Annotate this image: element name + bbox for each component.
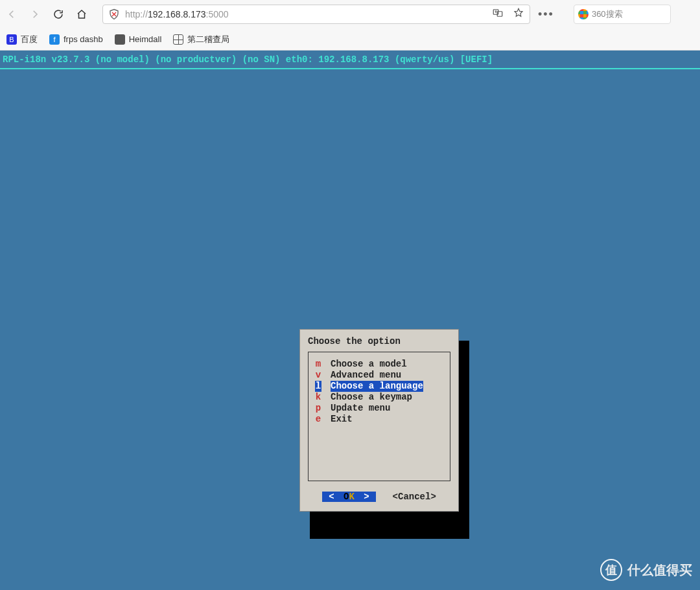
browser-chrome: http://192.168.8.173:5000 ••• 360搜索 B 百度… (0, 0, 700, 51)
menu-option[interactable]: pUpdate menu (312, 403, 446, 414)
menu-option[interactable]: lChoose a language (312, 381, 446, 392)
bookmark-dept[interactable]: 第二稽查局 (173, 34, 229, 45)
option-key: m (315, 359, 321, 370)
paw-icon: B (6, 34, 17, 45)
option-label: Choose a language (331, 381, 423, 392)
option-label: Advanced menu (331, 370, 401, 381)
back-button[interactable] (4, 6, 19, 22)
bookmarks-bar: B 百度 f frps dashb Heimdall 第二稽查局 (0, 28, 700, 51)
menu-dialog: Choose the option mChoose a modelvAdvanc… (299, 329, 459, 512)
security-shield-icon (108, 8, 120, 20)
bookmark-baidu[interactable]: B 百度 (6, 34, 38, 45)
page-content: RPL-i18n v23.7.3 (no model) (no productv… (0, 51, 700, 590)
bookmark-label: frps dashb (64, 34, 103, 44)
forward-button[interactable] (27, 6, 43, 22)
option-label: Choose a keymap (331, 392, 412, 403)
search-placeholder: 360搜索 (592, 8, 623, 20)
watermark-badge-icon: 值 (600, 559, 622, 581)
menu-option[interactable]: kChoose a keymap (312, 392, 446, 403)
bookmark-star-icon[interactable] (513, 7, 524, 21)
dialog-buttons: < OK > <Cancel> (308, 492, 450, 502)
globe-icon (173, 34, 183, 45)
menu-option[interactable]: mChoose a model (312, 359, 446, 370)
option-label: Choose a model (331, 359, 407, 370)
menu-dialog-wrap: Choose the option mChoose a modelvAdvanc… (299, 329, 459, 512)
option-label: Update menu (331, 403, 390, 414)
search-engine-logo-icon (578, 9, 589, 19)
option-key: e (315, 414, 321, 425)
frps-icon: f (49, 34, 60, 45)
translate-icon[interactable] (492, 7, 504, 21)
heimdall-icon (115, 34, 125, 45)
option-key: v (315, 370, 321, 381)
bookmark-label: 第二稽查局 (187, 34, 229, 45)
url-text: http://192.168.8.173:5000 (125, 9, 229, 19)
watermark-text: 什么值得买 (627, 562, 692, 579)
option-key: k (315, 392, 321, 403)
option-label: Exit (331, 414, 353, 425)
bookmark-label: Heimdall (129, 34, 162, 44)
terminal-status-line: RPL-i18n v23.7.3 (no model) (no productv… (0, 51, 700, 68)
bookmark-heimdall[interactable]: Heimdall (115, 34, 162, 45)
home-button[interactable] (74, 6, 89, 22)
watermark: 值 什么值得买 (600, 559, 692, 581)
bookmark-label: 百度 (21, 34, 38, 45)
url-bar[interactable]: http://192.168.8.173:5000 (102, 5, 530, 24)
bookmark-frps[interactable]: f frps dashb (49, 34, 103, 45)
option-key: p (315, 403, 321, 414)
search-engine-box[interactable]: 360搜索 (574, 5, 671, 24)
option-key: l (315, 381, 321, 392)
dialog-title: Choose the option (308, 336, 450, 346)
more-menu-icon[interactable]: ••• (538, 8, 554, 20)
separator (0, 68, 700, 69)
dialog-options-frame: mChoose a modelvAdvanced menulChoose a l… (308, 352, 450, 481)
ok-button[interactable]: < OK > (322, 492, 375, 502)
cancel-button[interactable]: <Cancel> (393, 492, 436, 502)
reload-button[interactable] (51, 6, 66, 22)
browser-toolbar: http://192.168.8.173:5000 ••• 360搜索 (0, 0, 700, 28)
menu-option[interactable]: vAdvanced menu (312, 370, 446, 381)
menu-option[interactable]: eExit (312, 414, 446, 425)
